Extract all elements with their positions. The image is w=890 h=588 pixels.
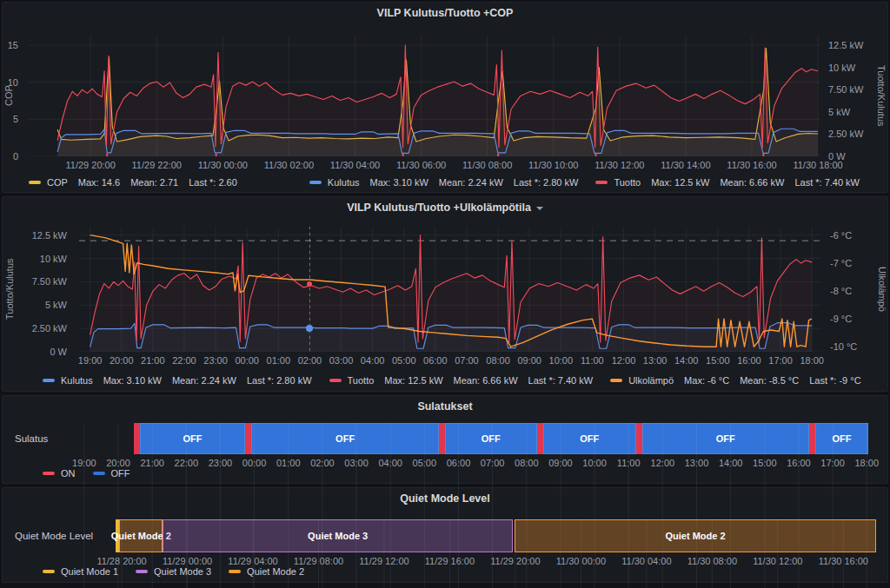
panel-title[interactable]: VILP Kulutus/Tuotto +COP (3, 7, 887, 19)
state-segment-label: Quiet Mode 3 (308, 531, 368, 541)
legend-item-quiet-mode-1[interactable]: Quiet Mode 1 (43, 566, 118, 577)
legend-series-label: Kulutus (61, 375, 93, 386)
state-segment-off: OFF (445, 423, 537, 454)
x-tick-label: 04:00 (361, 355, 385, 366)
x-tick-label: 08:00 (486, 355, 510, 366)
legend-series-line-icon (43, 379, 55, 382)
state-segment-off: OFF (140, 423, 246, 454)
legend-stat: Mean: 2.24 kW (172, 375, 236, 386)
panel-title[interactable]: Sulatukset (3, 400, 887, 413)
x-tick-label: 00:00 (235, 355, 259, 366)
legend-series-label: ON (61, 468, 76, 479)
x-tick-label: 13:00 (643, 355, 668, 366)
x-tick-label: 17:00 (768, 355, 793, 366)
legend-item-ulkol-mp-[interactable]: UlkolämpöMax: -6 °CMean: -8.5 °CLast *: … (610, 375, 860, 386)
legend-series-label: Tuotto (614, 177, 641, 188)
legend-item-cop[interactable]: COPMax: 14.6Mean: 2.71Last *: 2.60 (29, 177, 237, 188)
x-tick-label: 11/30 06:00 (396, 160, 446, 170)
legend-stat: Last *: 7.40 kW (528, 375, 594, 386)
legend-item-kulutus[interactable]: KulutusMax: 3.10 kWMean: 2.24 kWLast *: … (309, 177, 579, 188)
y-axis-right: 0 W2.50 kW5 kW7.50 kW10 kW12.5 kW (821, 36, 873, 156)
state-segment-on (245, 423, 251, 454)
y-tick-label: 2.50 kW (828, 129, 863, 139)
legend-item-quiet-mode-3[interactable]: Quiet Mode 3 (136, 566, 211, 577)
state-segment-label: OFF (183, 433, 203, 444)
legend-stat: Last *: 2.60 (189, 177, 237, 188)
x-tick-label: 11/30 04:00 (330, 160, 380, 170)
x-tick-label: 15:00 (706, 355, 730, 366)
plot-area[interactable] (79, 227, 821, 352)
legend-item-tuotto[interactable]: TuottoMax: 12.5 kWMean: 6.66 kWLast *: 7… (595, 177, 860, 188)
hover-point (307, 281, 312, 287)
legend-stat: Mean: 6.66 kW (720, 177, 784, 188)
state-segment-on (439, 423, 445, 454)
legend-stat: Mean: -8.5 °C (740, 375, 799, 386)
legend-item-tuotto[interactable]: TuottoMax: 12.5 kWMean: 6.66 kWLast *: 7… (329, 375, 594, 386)
state-segment-label: OFF (716, 433, 735, 444)
panel-title[interactable]: VILP Kulutus/Tuotto +Ulkolämpötila (3, 202, 887, 214)
state-segment-label: Quiet Mode 2 (665, 531, 725, 541)
chevron-down-icon[interactable] (536, 207, 543, 210)
x-tick-label: 18:00 (800, 355, 824, 366)
state-segment-on (134, 423, 140, 454)
state-segment-on (809, 423, 815, 454)
legend-item-kulutus[interactable]: KulutusMax: 3.10 kWMean: 2.24 kWLast *: … (43, 375, 312, 386)
state-segment-quiet-mode-2: Quiet Mode 2 (119, 519, 163, 552)
legend-series-label: Tuotto (348, 375, 375, 386)
state-segment-label: OFF (832, 433, 851, 444)
legend-stat: Last *: 2.80 kW (514, 177, 579, 188)
x-tick-label: 11/30 16:00 (727, 160, 776, 170)
plot-area[interactable] (29, 36, 820, 156)
y-axis-left: 0 W2.50 kW5 kW7.50 kW10 kW12.5 kW (3, 227, 74, 352)
panel-title-text: VILP Kulutus/Tuotto +COP (377, 7, 514, 19)
y-tick-label: 0 W (50, 347, 67, 357)
y-axis-right: -6 °C-7 °C-8 °C-9 °C-10 °C (823, 227, 875, 352)
chart-canvas[interactable] (29, 36, 820, 156)
y-tick-label: 2.50 kW (32, 323, 67, 334)
state-segment-off: OFF (543, 423, 636, 454)
panel-sulatukset: Sulatukset Sulatus OFFOFFOFFOFFOFFOFF 19… (2, 395, 888, 484)
legend-series-label: COP (47, 177, 68, 188)
panel-title-text: VILP Kulutus/Tuotto +Ulkolämpötila (347, 202, 531, 214)
state-timeline-track[interactable]: OFFOFFOFFOFFOFFOFF (79, 423, 877, 454)
y-tick-label: -7 °C (830, 258, 852, 268)
panel-vilp-cop: VILP Kulutus/Tuotto +COP COP Tuotto/Kulu… (2, 2, 888, 193)
y-tick-label: 15 (8, 40, 18, 50)
x-tick-label: 07:00 (455, 355, 479, 366)
x-tick-label: 11/30 14:00 (661, 160, 710, 170)
legend-item-quiet-mode-2[interactable]: Quiet Mode 2 (229, 566, 304, 577)
y-axis-left: 051015 (3, 36, 25, 156)
legend-stat: Max: 14.6 (78, 177, 120, 188)
x-tick-label: 16:00 (737, 355, 761, 366)
x-tick-label: 11/30 12:00 (594, 160, 644, 170)
x-tick-label: 10:00 (549, 355, 574, 366)
y-tick-label: 10 kW (40, 254, 67, 264)
x-axis: 19:0020:0021:0022:0023:0000:0001:0002:00… (79, 355, 821, 367)
state-segment-on (636, 423, 642, 454)
x-tick-label: 20:00 (110, 355, 134, 366)
legend-series-label: OFF (111, 468, 130, 479)
x-tick-label: 11/29 22:00 (132, 160, 182, 170)
state-timeline-track[interactable]: Quiet Mode 2Quiet Mode 3Quiet Mode 2 (79, 519, 877, 552)
y-tick-label: 0 (13, 151, 18, 162)
panel-title[interactable]: Quiet Mode Level (3, 492, 887, 505)
panel-title-text: Quiet Mode Level (400, 492, 490, 505)
y-tick-label: 5 (13, 114, 18, 124)
legend-item-off[interactable]: OFF (93, 468, 130, 479)
legend-series-label: Quiet Mode 1 (61, 566, 118, 577)
x-tick-label: 02:00 (298, 355, 322, 366)
x-axis: 11/29 20:0011/29 22:0011/30 00:0011/30 0… (29, 160, 820, 172)
state-segment-off: OFF (642, 423, 809, 454)
legend: KulutusMax: 3.10 kWMean: 2.24 kWLast *: … (43, 373, 877, 387)
x-tick-label: 01:00 (267, 355, 291, 366)
legend-item-on[interactable]: ON (43, 468, 76, 479)
legend-series-line-icon (229, 570, 241, 573)
chart-canvas[interactable] (79, 227, 821, 352)
legend-series-line-icon (43, 472, 55, 475)
y-tick-label: 12.5 kW (32, 230, 67, 241)
legend-stat: Max: -6 °C (684, 375, 729, 386)
state-segment-label: OFF (482, 433, 501, 444)
legend-series-line-icon (43, 570, 55, 573)
x-tick-label: 03:00 (329, 355, 354, 366)
x-tick-label: 05:00 (392, 355, 416, 366)
